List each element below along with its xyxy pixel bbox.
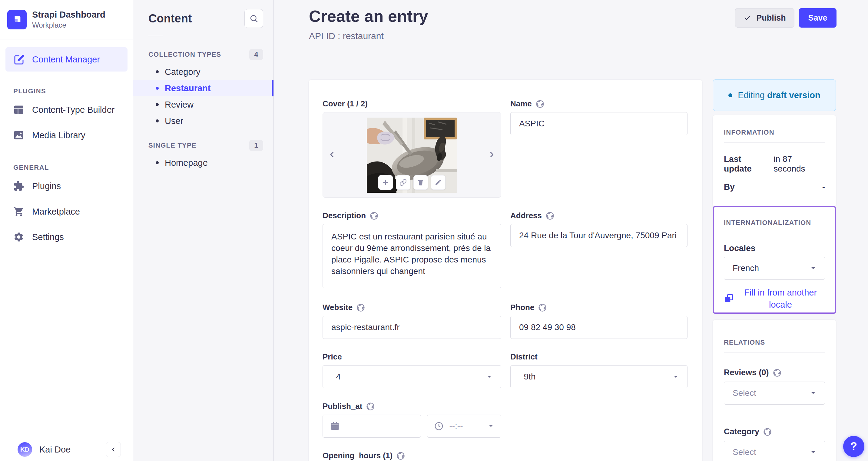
sidebar-item-plugins[interactable]: Plugins [0, 173, 133, 199]
calendar-icon [330, 421, 340, 431]
locales-label: Locales [724, 243, 825, 253]
globe-icon [366, 402, 375, 411]
subnav-title: Content [148, 12, 192, 25]
subnav-item-category[interactable]: Category [133, 64, 274, 80]
entry-form-card: Cover (1 / 2) [309, 80, 702, 461]
time-placeholder: --:-- [449, 421, 463, 431]
collection-types-list: Category Restaurant Review User [133, 64, 274, 129]
subnav-item-restaurant[interactable]: Restaurant [133, 80, 274, 96]
divider [724, 352, 825, 353]
name-input[interactable] [510, 112, 687, 135]
header-actions: Publish Save [735, 8, 837, 28]
name-field: Name [510, 99, 687, 198]
chevron-down-icon [485, 373, 494, 381]
sidebar-item-label: Marketplace [32, 207, 80, 217]
subnav-item-review[interactable]: Review [133, 96, 274, 113]
opening-hours-field: Opening_hours (1) [322, 451, 501, 461]
add-asset-button[interactable] [378, 175, 393, 190]
workspace-brand[interactable]: Strapi Dashboard Workplace [0, 0, 133, 39]
sidebar-section-general: GENERAL [13, 164, 133, 172]
reviews-label: Reviews (0) [724, 368, 825, 377]
globe-icon [763, 427, 772, 436]
chevron-down-icon [809, 448, 817, 457]
divider [724, 233, 825, 233]
edit-asset-button[interactable] [431, 175, 445, 190]
collapse-sidebar-button[interactable] [106, 442, 121, 457]
subnav-item-homepage[interactable]: Homepage [133, 154, 274, 171]
carousel-previous-button[interactable] [325, 148, 339, 162]
price-label: Price [322, 352, 501, 362]
user-name: Kai Doe [39, 444, 98, 455]
avatar: KD [18, 442, 32, 457]
address-label: Address [510, 211, 687, 220]
phone-input[interactable] [510, 316, 687, 339]
last-update-row: Last update in 87 seconds [724, 154, 825, 174]
reviews-select[interactable]: Select [724, 382, 825, 405]
single-type-header: SINGLE TYPE [148, 142, 196, 149]
opening-hours-label: Opening_hours (1) [322, 451, 501, 460]
internationalization-header: INTERNATIONALIZATION [724, 219, 825, 227]
strapi-admin-page: Strapi Dashboard Workplace Content Manag… [0, 0, 868, 461]
page-header: Create an entry API ID : restaurant [309, 7, 428, 41]
carousel-next-button[interactable] [485, 148, 498, 162]
fill-from-locale-link[interactable]: Fill in from another locale [724, 286, 825, 311]
sidebar-item-marketplace[interactable]: Marketplace [0, 199, 133, 224]
website-field: Website [322, 303, 501, 339]
category-select[interactable]: Select [724, 441, 825, 461]
single-type-list: Homepage [133, 154, 274, 171]
status-dot [728, 93, 732, 97]
collection-types-header: COLLECTION TYPES [148, 51, 221, 58]
user-menu[interactable]: KD Kai Doe [0, 438, 133, 461]
address-field: Address [510, 211, 687, 289]
locales-select[interactable]: French [724, 257, 825, 280]
picture-icon [13, 130, 24, 141]
phone-field: Phone [510, 303, 687, 339]
subnav-item-user[interactable]: User [133, 113, 274, 129]
pencil-icon [435, 179, 442, 186]
by-row: By - [724, 182, 825, 192]
single-type-count-badge: 1 [249, 140, 263, 151]
description-textarea[interactable]: ASPIC est un restaurant parisien situé a… [322, 224, 501, 288]
description-field: Description ASPIC est un restaurant pari… [322, 211, 501, 289]
brand-subtitle: Workplace [32, 21, 105, 29]
website-input[interactable] [322, 316, 501, 339]
globe-icon [538, 303, 547, 312]
sidebar-item-content-manager[interactable]: Content Manager [5, 47, 127, 71]
chevron-right-icon [487, 150, 496, 159]
district-select[interactable]: _9th [510, 365, 687, 388]
chevron-left-icon [328, 150, 337, 159]
puzzle-icon [13, 181, 24, 192]
divider [724, 142, 825, 143]
globe-icon [773, 368, 782, 377]
cover-field: Cover (1 / 2) [322, 99, 501, 198]
link-icon [400, 179, 407, 186]
chevron-down-icon [809, 389, 817, 397]
delete-asset-button[interactable] [413, 175, 428, 190]
address-input[interactable] [510, 224, 687, 247]
publish-at-date-input[interactable] [322, 414, 421, 438]
publish-button[interactable]: Publish [735, 8, 795, 28]
price-select[interactable]: _4 [322, 365, 501, 388]
empty-cell [510, 451, 687, 461]
cover-carousel [322, 112, 501, 198]
help-button[interactable]: ? [843, 436, 864, 457]
relations-card: RELATIONS Reviews (0) Select Category Se… [713, 320, 836, 461]
publish-at-time-input[interactable]: --:-- [427, 414, 501, 438]
gear-icon [13, 232, 24, 242]
sidebar-item-settings[interactable]: Settings [0, 224, 133, 250]
search-button[interactable] [244, 9, 263, 28]
content-subnav: Content COLLECTION TYPES 4 Category Rest… [133, 0, 274, 461]
save-button[interactable]: Save [799, 8, 837, 28]
chevron-down-icon [672, 373, 680, 381]
sidebar-item-label: Settings [32, 232, 64, 242]
collection-types-count-badge: 4 [249, 49, 263, 60]
information-header: INFORMATION [724, 128, 825, 136]
sidebar-item-media-library[interactable]: Media Library [0, 122, 133, 148]
name-label: Name [510, 99, 687, 109]
sidebar-item-content-type-builder[interactable]: Content-Type Builder [0, 97, 133, 122]
chevron-left-icon [110, 446, 117, 453]
strapi-logo [7, 10, 27, 29]
sidebar-item-label: Content Manager [32, 55, 100, 64]
copy-link-button[interactable] [396, 175, 410, 190]
publish-at-field: Publish_at --:-- [322, 402, 501, 438]
